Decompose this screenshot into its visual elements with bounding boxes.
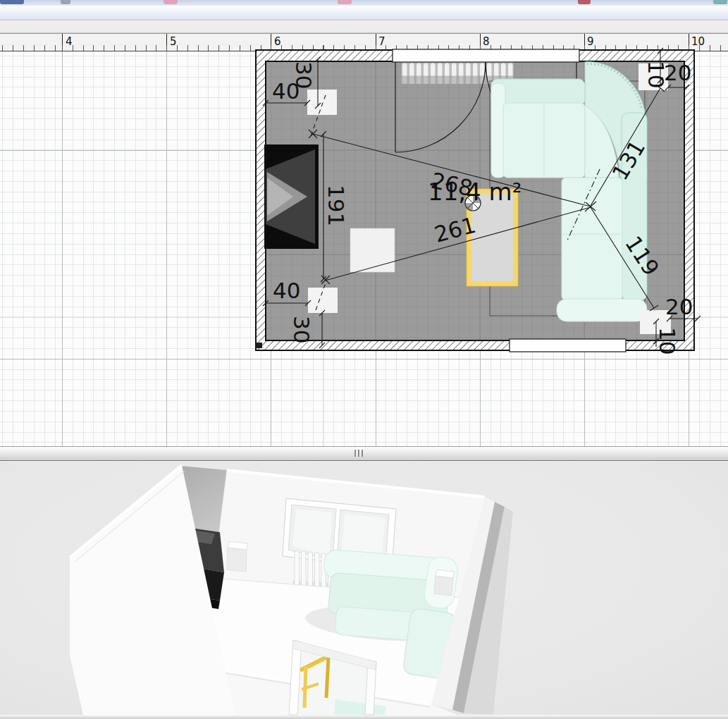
speaker-top-left[interactable] <box>307 90 337 115</box>
window[interactable] <box>393 49 579 62</box>
speaker-3d-right <box>434 570 455 596</box>
room-3d-rendering <box>70 465 513 715</box>
tv[interactable] <box>264 145 319 249</box>
sofa-arm-bottom <box>557 299 647 321</box>
speaker-bottom-left[interactable] <box>308 288 338 313</box>
dim-label: 30 <box>291 61 316 89</box>
dim-label: 40 <box>273 278 300 303</box>
dim-label: 30 <box>289 316 314 343</box>
speaker-3d-left <box>227 541 248 572</box>
home-design-app-window: 4 5 6 7 8 9 10 <box>0 0 728 719</box>
room-area-label[interactable]: 11,4 m² <box>428 178 522 206</box>
vector-overlay: 40 30 191 268 261 40 30 10 20 131 119 20… <box>0 0 728 719</box>
wall-corner-marker <box>257 343 262 348</box>
radiator[interactable] <box>401 63 514 76</box>
dim-label: 20 <box>665 294 693 319</box>
doorway[interactable] <box>510 339 626 352</box>
dim-label: 191 <box>323 185 349 226</box>
sofa-seat-right <box>562 178 622 300</box>
side-table[interactable] <box>350 228 395 272</box>
dim-label: 20 <box>664 60 691 85</box>
dim-label: 10 <box>655 327 680 355</box>
